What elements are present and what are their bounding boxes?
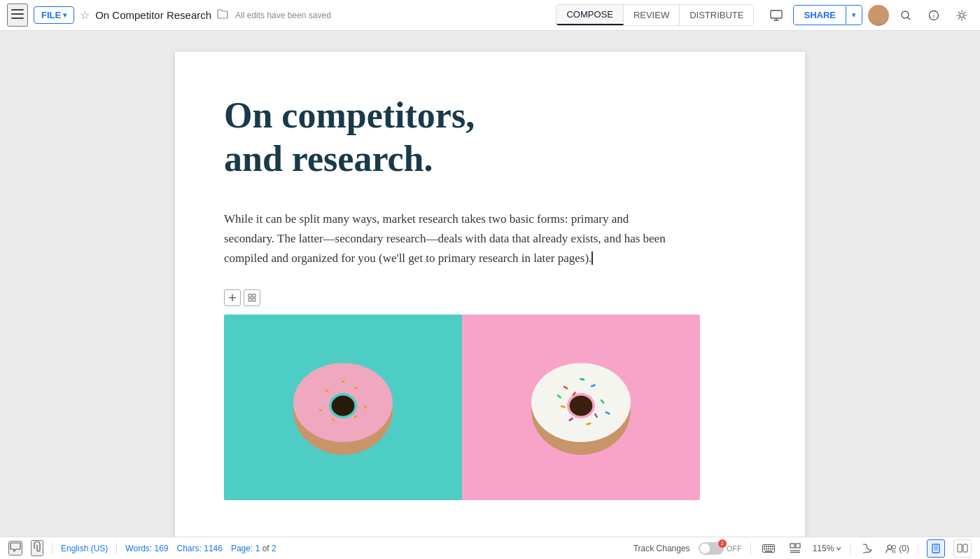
info-button[interactable]: i (923, 4, 945, 27)
statusbar: English (US) Words: 169 Chars: 1146 Page… (0, 537, 980, 559)
zoom-control[interactable]: 115% (813, 544, 842, 553)
svg-rect-1 (11, 13, 24, 15)
folder-icon[interactable] (217, 9, 228, 21)
svg-rect-11 (253, 294, 255, 297)
document-title[interactable]: On Competitor Research (95, 9, 211, 21)
tab-distribute[interactable]: DISTRIBUTE (680, 5, 753, 25)
file-menu-button[interactable]: FILE ▾ (34, 6, 74, 24)
svg-rect-13 (253, 298, 255, 301)
word-count: Words: 169 (125, 544, 168, 553)
page-view-single-button[interactable] (927, 539, 945, 558)
donut-right-image (462, 315, 700, 500)
svg-rect-49 (770, 548, 771, 549)
share-button-group: SHARE ▾ (793, 5, 862, 25)
document-heading: On competitors,and research. (224, 94, 756, 181)
page-view-multi-button[interactable] (953, 539, 972, 558)
share-button[interactable]: SHARE (794, 6, 846, 25)
attachment-icon-button[interactable] (31, 540, 43, 556)
svg-rect-10 (248, 294, 251, 297)
svg-rect-2 (11, 18, 24, 19)
svg-rect-43 (768, 546, 769, 547)
share-dropdown-button[interactable]: ▾ (846, 6, 862, 24)
language-button[interactable]: English (US) (61, 544, 108, 553)
svg-rect-60 (958, 544, 962, 552)
svg-rect-53 (796, 544, 800, 548)
people-search-button[interactable] (895, 4, 917, 27)
track-changes-toggle[interactable]: 2 OFF (699, 542, 742, 555)
user-avatar[interactable] (868, 5, 889, 26)
svg-rect-61 (963, 544, 967, 552)
track-changes-label: Track Changes (634, 544, 690, 553)
svg-point-55 (892, 545, 896, 548)
insert-controls (224, 289, 756, 306)
divider-4 (850, 543, 850, 554)
divider-5 (918, 543, 918, 554)
svg-point-7 (960, 13, 964, 18)
donut-left-image (224, 315, 462, 500)
svg-rect-12 (248, 298, 251, 301)
view-toggle-button[interactable] (786, 539, 804, 558)
text-cursor (592, 251, 596, 265)
image-grid (224, 315, 700, 500)
svg-point-4 (902, 11, 909, 18)
comment-icon-button[interactable] (8, 541, 22, 555)
toggle-badge: 2 (718, 539, 727, 548)
favorite-icon[interactable]: ☆ (80, 8, 90, 22)
divider-2 (116, 543, 117, 554)
insert-grid-button[interactable] (244, 289, 260, 306)
svg-rect-46 (764, 548, 765, 549)
zoom-chevron-icon (836, 546, 841, 551)
svg-text:i: i (933, 13, 934, 20)
main-area: On competitors,and research. While it ca… (0, 31, 980, 537)
svg-rect-3 (771, 11, 782, 18)
tab-review[interactable]: REVIEW (624, 5, 680, 25)
svg-point-17 (332, 396, 355, 416)
svg-rect-0 (11, 9, 24, 11)
keyboard-layout-button[interactable] (760, 539, 778, 558)
hamburger-menu-button[interactable] (7, 4, 28, 27)
file-chevron-icon: ▾ (63, 11, 66, 19)
toolbar-icons (765, 4, 788, 27)
svg-rect-48 (768, 548, 769, 549)
svg-rect-51 (764, 551, 772, 552)
svg-rect-45 (772, 546, 774, 547)
svg-rect-52 (790, 544, 794, 548)
settings-button[interactable] (951, 4, 973, 27)
svg-rect-50 (772, 548, 774, 549)
present-button[interactable] (765, 4, 788, 27)
document-page: On competitors,and research. While it ca… (175, 52, 805, 537)
save-status: All edits have been saved (235, 11, 331, 20)
tab-compose[interactable]: COMPOSE (556, 5, 623, 25)
insert-add-button[interactable] (224, 289, 241, 306)
page-count: Page: 1 of 2 (231, 544, 276, 553)
divider-3 (750, 543, 751, 554)
svg-rect-42 (766, 546, 767, 547)
dark-mode-button[interactable] (859, 539, 877, 558)
char-count: Chars: 1146 (177, 544, 223, 553)
topbar: FILE ▾ ☆ On Competitor Research All edit… (0, 0, 980, 31)
mode-tabs: COMPOSE REVIEW DISTRIBUTE (556, 4, 754, 26)
editor-canvas[interactable]: On competitors,and research. While it ca… (0, 31, 980, 537)
document-body[interactable]: While it can be split many ways, market … (224, 209, 672, 268)
donut-left-svg (273, 337, 413, 477)
svg-rect-41 (764, 546, 765, 547)
svg-rect-47 (766, 548, 767, 549)
svg-point-28 (570, 396, 593, 416)
divider-1 (52, 543, 52, 554)
svg-point-54 (888, 545, 892, 549)
svg-rect-44 (770, 546, 771, 547)
donut-right-svg (511, 337, 651, 477)
collaborators-button[interactable]: (0) (886, 544, 909, 553)
